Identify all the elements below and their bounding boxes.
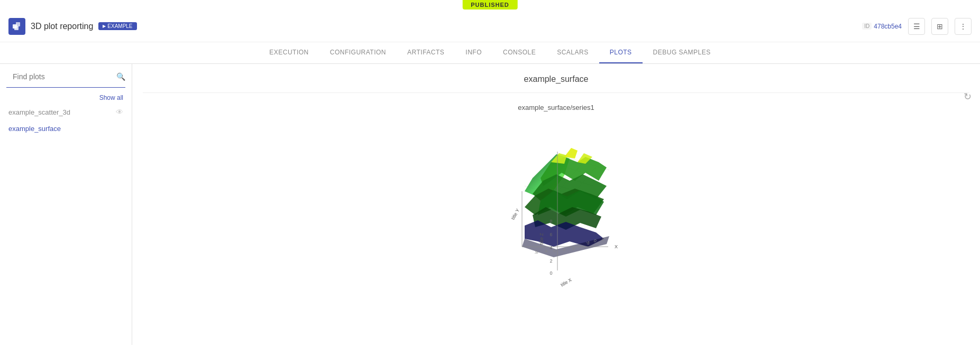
tab-info[interactable]: INFO bbox=[455, 42, 492, 63]
svg-text:0: 0 bbox=[549, 270, 552, 276]
menu-button[interactable]: ⋮ bbox=[955, 18, 972, 35]
example-badge: EXAMPLE bbox=[98, 22, 136, 30]
task-id-label: ID bbox=[862, 23, 872, 30]
search-container: 🔍 bbox=[6, 70, 125, 88]
sidebar-item-example-scatter-3d[interactable]: example_scatter_3d 👁 bbox=[0, 104, 132, 120]
tab-plots[interactable]: PLOTS bbox=[599, 42, 643, 63]
task-id: ID 478cb5e4 bbox=[862, 23, 902, 30]
tab-debug-samples[interactable]: DEBUG SAMPLES bbox=[643, 42, 721, 63]
svg-text:2: 2 bbox=[549, 258, 552, 264]
plot-section-title: example_surface bbox=[143, 74, 969, 93]
app-logo bbox=[8, 18, 25, 35]
task-id-value: 478cb5e4 bbox=[874, 23, 902, 30]
plot-container[interactable]: 0 2 4 6 8 title Z X title X title Y -8 -… bbox=[143, 120, 969, 305]
tab-console[interactable]: CONSOLE bbox=[492, 42, 546, 63]
surface-plot: 0 2 4 6 8 title Z X title X title Y -8 -… bbox=[472, 133, 641, 292]
sidebar-item-example-surface[interactable]: example_surface bbox=[0, 120, 132, 137]
svg-text:8: 8 bbox=[549, 219, 552, 224]
sidebar-item-label: example_scatter_3d bbox=[8, 108, 70, 116]
content-area: example_surface example_surface/series1 bbox=[132, 64, 980, 345]
sidebar: 🔍 Show all example_scatter_3d 👁 example_… bbox=[0, 64, 132, 345]
sidebar-item-label: example_surface bbox=[8, 125, 61, 133]
search-input[interactable] bbox=[13, 70, 119, 83]
search-icon: 🔍 bbox=[116, 72, 125, 81]
main-layout: 🔍 Show all example_scatter_3d 👁 example_… bbox=[0, 64, 980, 345]
nav-tabs: EXECUTION CONFIGURATION ARTIFACTS INFO C… bbox=[0, 42, 980, 64]
show-all-link[interactable]: Show all bbox=[99, 94, 123, 101]
svg-marker-18 bbox=[564, 148, 578, 158]
tab-execution[interactable]: EXECUTION bbox=[259, 42, 319, 63]
header: 3D plot reporting EXAMPLE ID 478cb5e4 ☰ … bbox=[0, 11, 980, 42]
plot-subsection-title: example_surface/series1 bbox=[143, 104, 969, 111]
header-right: ID 478cb5e4 ☰ ⊞ ⋮ bbox=[862, 18, 972, 35]
svg-rect-1 bbox=[16, 22, 20, 26]
svg-text:title Y: title Y bbox=[510, 208, 520, 220]
nav-bar: EXECUTION CONFIGURATION ARTIFACTS INFO C… bbox=[0, 42, 980, 64]
svg-text:title X: title X bbox=[560, 277, 572, 287]
header-left: 3D plot reporting EXAMPLE bbox=[8, 18, 137, 35]
show-all-row: Show all bbox=[0, 92, 132, 104]
svg-text:X: X bbox=[615, 244, 618, 249]
refresh-button[interactable]: ↻ bbox=[964, 91, 972, 102]
svg-text:6: 6 bbox=[549, 232, 552, 237]
text-view-button[interactable]: ☰ bbox=[908, 18, 925, 35]
tab-artifacts[interactable]: ARTIFACTS bbox=[397, 42, 455, 63]
layout-button[interactable]: ⊞ bbox=[931, 18, 948, 35]
tab-scalars[interactable]: SCALARS bbox=[546, 42, 599, 63]
svg-text:title Z: title Z bbox=[539, 233, 544, 245]
tab-configuration[interactable]: CONFIGURATION bbox=[319, 42, 397, 63]
app-title: 3D plot reporting bbox=[31, 22, 93, 31]
published-banner: PUBLISHED bbox=[462, 0, 518, 10]
svg-rect-2 bbox=[14, 26, 19, 30]
hidden-icon: 👁 bbox=[116, 108, 123, 116]
